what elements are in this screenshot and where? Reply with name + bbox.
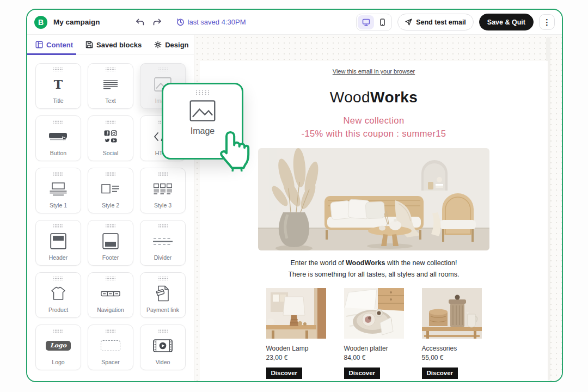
block-tile-button[interactable]: Button [35,115,81,161]
divider-icon [153,228,173,254]
drag-handle-icon [158,277,168,280]
block-tile-payment-link[interactable]: Payment link [140,272,186,318]
social-icons [104,124,117,150]
block-tile-title[interactable]: T Title [35,63,81,109]
body-line-2: There is something for all tastes, all s… [224,269,524,280]
view-in-browser-link[interactable]: View this email in your browser [333,68,415,75]
block-label: Button [50,150,66,156]
drag-handle-icon [53,277,63,280]
kebab-icon: ⋮ [543,17,551,27]
gear-icon [154,41,162,48]
block-label: Video [156,359,170,365]
product-price: 23,00 € [266,354,326,362]
facebook-icon [105,131,110,136]
logo-badge-icon: Logo [46,333,71,359]
block-tile-style2[interactable]: Style 2 [88,168,133,213]
body-line-1: Enter the world of WoodWorks with the ne… [224,258,524,269]
discover-button[interactable]: Discover [422,367,458,379]
more-options-button[interactable]: ⋮ [539,14,555,30]
drag-handle-icon [53,120,63,124]
discover-button[interactable]: Discover [344,367,381,379]
mobile-preview-button[interactable] [374,15,390,29]
drag-handle-icon [53,224,63,228]
email-editor-window: B My campaign last saved 4:30PM [26,9,563,382]
product-price: 55,00 € [422,354,482,362]
send-test-email-button[interactable]: Send test email [397,14,474,30]
product-card-wooden-platter[interactable]: Wooden platter 84,00 € Discover [344,288,404,379]
image-icon [189,100,216,121]
block-tile-social[interactable]: Social [88,115,133,161]
block-tile-logo[interactable]: Logo Logo [35,324,81,370]
tshirt-icon [50,280,66,307]
block-tile-footer[interactable]: Footer [88,220,133,266]
undo-icon [136,18,144,26]
block-label: Style 1 [50,202,67,209]
drag-handle-icon [158,329,168,333]
youtube-icon [111,138,117,142]
block-label: Navigation [97,307,124,313]
block-label: Style 2 [102,202,119,209]
header-icon [50,228,66,254]
logo-badge-text: Logo [46,341,71,351]
email-brand-title[interactable]: WoodWorks [224,89,524,106]
promo-line-2[interactable]: -15% with this coupon : summer15 [224,128,524,139]
block-tile-style1[interactable]: Style 1 [35,168,81,213]
block-tile-text[interactable]: Text [88,63,133,109]
undo-button[interactable] [133,15,147,29]
email-document: View this email in your browser WoodWork… [200,61,548,382]
block-label: Divider [154,254,172,261]
block-tile-spacer[interactable]: Spacer [88,324,133,370]
product-name: Wooden platter [344,345,404,352]
drag-handle-icon [53,329,63,333]
body-line1-post: with the new collection! [385,259,457,267]
drag-handle-icon [106,277,115,280]
tab-content-label: Content [46,41,73,49]
block-label: Footer [102,254,119,261]
block-tile-product[interactable]: Product [35,272,81,318]
dragged-image-block[interactable]: Image [162,83,243,160]
desktop-preview-button[interactable] [358,15,374,29]
block-tile-header[interactable]: Header [35,220,81,266]
block-label: Spacer [101,359,119,365]
tab-saved-blocks[interactable]: Saved blocks [85,35,142,54]
drag-handle-icon [196,90,209,95]
redo-icon [153,18,162,26]
title-icon: T [54,71,63,97]
promo-line-1[interactable]: New collection [224,115,524,126]
email-body-text[interactable]: Enter the world of WoodWorks with the ne… [224,258,524,280]
drag-handle-icon [106,224,115,228]
layout-icon [35,41,43,48]
desktop-icon [362,19,370,26]
hero-image[interactable] [258,148,489,250]
product-card-wooden-lamp[interactable]: Wooden Lamp 23,00 € Discover [266,288,326,379]
tab-design[interactable]: Design [154,35,188,54]
drag-handle-icon [158,172,168,176]
text-lines-icon [103,71,118,97]
living-room-photo [258,148,489,250]
product-price: 84,00 € [344,354,404,362]
tab-content[interactable]: Content [35,35,73,54]
drag-handle-icon [106,120,115,124]
dragged-block-label: Image [191,126,215,136]
product-card-accessories[interactable]: Accessories 55,00 € Discover [422,288,482,379]
accessories-photo [422,288,482,339]
block-label: Logo [52,359,64,365]
sidebar-tabs: Content Saved blocks Design [27,35,194,55]
block-tile-divider[interactable]: Divider [140,220,186,266]
send-icon [405,19,412,26]
block-tile-navigation[interactable]: Navigation [88,272,133,318]
block-label: Header [49,254,68,261]
drag-handle-icon [106,172,115,176]
save-and-quit-button[interactable]: Save & Quit [479,14,534,30]
button-icon [48,124,69,150]
block-tile-style3[interactable]: Style 3 [140,168,186,213]
discover-button[interactable]: Discover [266,367,303,379]
payment-link-icon [156,280,170,307]
block-label: Style 3 [154,202,171,209]
block-tile-video[interactable]: Video [140,324,186,370]
redo-button[interactable] [150,15,164,29]
drag-handle-icon [53,68,63,71]
tab-design-label: Design [165,41,188,49]
block-label: Title [53,97,63,104]
video-icon [153,333,173,359]
